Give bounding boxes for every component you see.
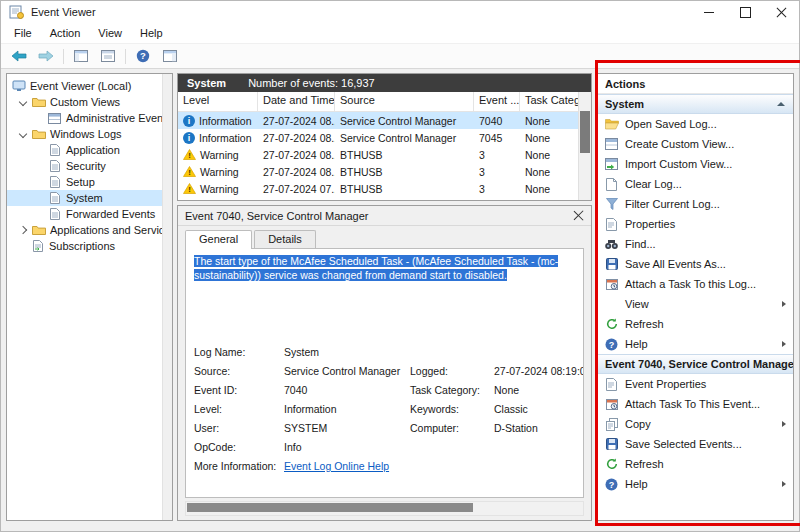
column-source[interactable]: Source — [335, 92, 474, 112]
log-file-icon — [47, 176, 62, 188]
action-clear-log[interactable]: Clear Log... — [597, 174, 793, 194]
level-label: Level: — [194, 403, 284, 415]
menu-help[interactable]: Help — [131, 25, 172, 41]
properties-toolbar-button[interactable] — [98, 46, 118, 66]
svg-text:!: ! — [188, 151, 191, 160]
tree-item-forwarded-events[interactable]: Forwarded Events — [7, 206, 162, 222]
action-import-custom-view[interactable]: Import Custom View... — [597, 154, 793, 174]
events-vertical-scrollbar[interactable] — [578, 92, 591, 200]
folder-icon — [31, 225, 46, 236]
action-refresh-event[interactable]: Refresh — [597, 454, 793, 474]
information-icon — [183, 132, 195, 144]
tab-general[interactable]: General — [185, 230, 252, 249]
help-toolbar-button[interactable]: ? — [133, 46, 153, 66]
tab-details[interactable]: Details — [254, 230, 316, 248]
folder-icon — [31, 129, 46, 140]
event-row[interactable]: Information 27-07-2024 08... Service Con… — [178, 112, 579, 129]
action-find[interactable]: Find... — [597, 234, 793, 254]
event-row[interactable]: !Warning 27-07-2024 07... BTHUSB 3 None — [178, 180, 579, 197]
show-console-tree-button[interactable] — [71, 46, 91, 66]
tree-item-system[interactable]: System — [7, 190, 162, 206]
event-properties-icon — [604, 378, 619, 391]
svg-text:!: ! — [188, 168, 191, 177]
tree-item-custom-views[interactable]: Custom Views — [7, 94, 162, 110]
copy-icon — [604, 418, 619, 431]
column-level[interactable]: Level — [178, 92, 258, 112]
menu-file[interactable]: File — [5, 25, 41, 41]
level-value: Information — [284, 403, 410, 415]
tree-item-administrative-events[interactable]: Administrative Events — [7, 110, 162, 126]
minimize-button[interactable] — [691, 1, 727, 23]
column-date-and-time[interactable]: Date and Time — [258, 92, 335, 112]
tree-item-security[interactable]: Security — [7, 158, 162, 174]
detail-title: Event 7040, Service Control Manager — [185, 210, 368, 222]
tree-scrollbar[interactable] — [162, 74, 172, 520]
action-filter-current-log[interactable]: Filter Current Log... — [597, 194, 793, 214]
event-row[interactable]: !Warning 27-07-2024 08... BTHUSB 3 None — [178, 146, 579, 163]
back-button[interactable] — [9, 46, 29, 66]
action-event-properties[interactable]: Event Properties — [597, 374, 793, 394]
tree-item-application[interactable]: Application — [7, 142, 162, 158]
scrollbar-thumb[interactable] — [580, 111, 590, 153]
log-name-label: Log Name: — [194, 346, 284, 358]
event-log-online-help-link[interactable]: Event Log Online Help — [284, 460, 584, 472]
svg-text:?: ? — [609, 479, 615, 489]
forward-button[interactable] — [36, 46, 56, 66]
menu-view[interactable]: View — [89, 25, 131, 41]
maximize-button[interactable] — [727, 1, 763, 23]
action-refresh[interactable]: Refresh — [597, 314, 793, 334]
task-category-value: None — [494, 384, 584, 396]
action-pane-button[interactable] — [160, 46, 180, 66]
chevron-down-icon[interactable] — [19, 98, 27, 106]
warning-icon: ! — [183, 183, 196, 194]
close-detail-button[interactable] — [573, 210, 584, 221]
tree-item-subscriptions[interactable]: Subscriptions — [7, 238, 162, 254]
events-table-header: Level Date and Time Source Event ... Tas… — [178, 92, 579, 112]
action-save-selected-events[interactable]: Save Selected Events... — [597, 434, 793, 454]
column-event-id[interactable]: Event ... — [474, 92, 520, 112]
action-view[interactable]: View — [597, 294, 793, 314]
scrollbar-thumb[interactable] — [187, 503, 473, 512]
minimize-icon — [704, 12, 714, 13]
actions-section-event-7040[interactable]: Event 7040, Service Control Manager — [597, 354, 793, 374]
tree-item-setup[interactable]: Setup — [7, 174, 162, 190]
events-list: System Number of events: 16,937 Level Da… — [177, 73, 592, 201]
collapse-chevron-icon[interactable] — [777, 102, 785, 106]
chevron-down-icon[interactable] — [19, 130, 27, 138]
action-help[interactable]: ? Help — [597, 334, 793, 354]
titlebar: Event Viewer — [1, 1, 799, 23]
chevron-right-icon[interactable] — [19, 226, 27, 234]
action-help-event[interactable]: ? Help — [597, 474, 793, 494]
action-create-custom-view[interactable]: Create Custom View... — [597, 134, 793, 154]
close-button[interactable] — [763, 1, 799, 23]
tree-item-event-viewer-local[interactable]: Event Viewer (Local) — [7, 78, 162, 94]
user-label: User: — [194, 422, 284, 434]
action-properties[interactable]: Properties — [597, 214, 793, 234]
source-value: Service Control Manager — [284, 365, 410, 377]
action-open-saved-log[interactable]: Open Saved Log... — [597, 114, 793, 134]
tree-item-windows-logs[interactable]: Windows Logs — [7, 126, 162, 142]
menu-action[interactable]: Action — [41, 25, 90, 41]
events-table: Level Date and Time Source Event ... Tas… — [178, 92, 579, 200]
detail-horizontal-scrollbar[interactable] — [185, 501, 584, 516]
svg-text:?: ? — [609, 339, 615, 349]
event-row[interactable]: !Warning 27-07-2024 08... BTHUSB 3 None — [178, 163, 579, 180]
tree-item-applications-and-services-log[interactable]: Applications and Services Log — [7, 222, 162, 238]
action-save-all-events-as[interactable]: Save All Events As... — [597, 254, 793, 274]
save-icon — [604, 438, 619, 450]
detail-header: Event 7040, Service Control Manager — [178, 206, 591, 226]
event-row[interactable]: Information 27-07-2024 08... Service Con… — [178, 129, 579, 146]
action-copy[interactable]: Copy — [597, 414, 793, 434]
selected-description-text[interactable]: The start type of the McAfee Scheduled T… — [194, 255, 558, 281]
submenu-arrow-icon — [782, 301, 786, 307]
action-attach-task-to-log[interactable]: Attach a Task To this Log... — [597, 274, 793, 294]
toolbar-separator — [63, 49, 64, 64]
source-label: Source: — [194, 365, 284, 377]
actions-section-system[interactable]: System — [597, 94, 793, 114]
column-task-category[interactable]: Task Category — [520, 92, 579, 112]
filter-icon — [604, 198, 619, 210]
action-pane-icon — [163, 50, 177, 62]
action-attach-task-to-event[interactable]: Attach Task To This Event... — [597, 394, 793, 414]
close-icon — [776, 7, 786, 17]
event-viewer-app-icon — [9, 5, 25, 19]
